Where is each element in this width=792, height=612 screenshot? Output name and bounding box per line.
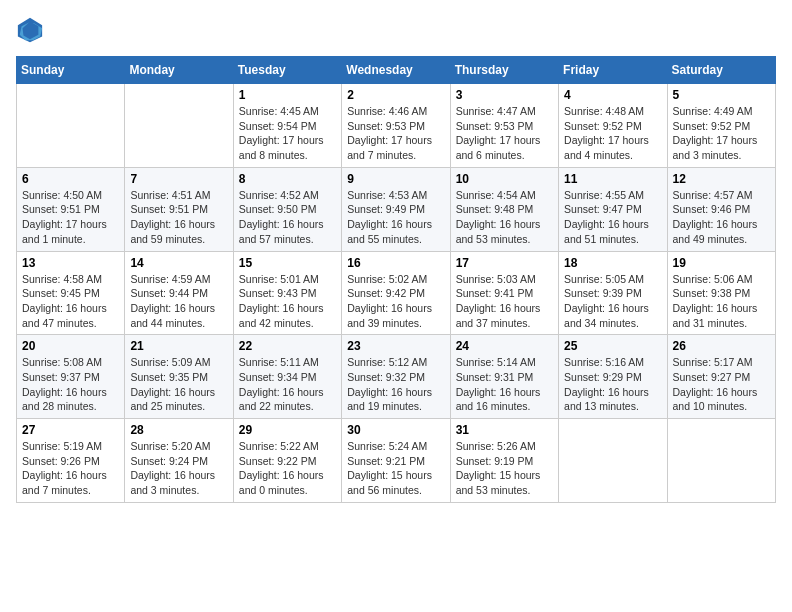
day-number: 12 <box>673 172 770 186</box>
day-number: 8 <box>239 172 336 186</box>
calendar-cell: 19Sunrise: 5:06 AM Sunset: 9:38 PM Dayli… <box>667 251 775 335</box>
day-number: 16 <box>347 256 444 270</box>
calendar-week-row: 20Sunrise: 5:08 AM Sunset: 9:37 PM Dayli… <box>17 335 776 419</box>
calendar-cell: 31Sunrise: 5:26 AM Sunset: 9:19 PM Dayli… <box>450 419 558 503</box>
day-info: Sunrise: 5:11 AM Sunset: 9:34 PM Dayligh… <box>239 355 336 414</box>
weekday-header-sunday: Sunday <box>17 57 125 84</box>
day-info: Sunrise: 4:45 AM Sunset: 9:54 PM Dayligh… <box>239 104 336 163</box>
calendar-cell: 6Sunrise: 4:50 AM Sunset: 9:51 PM Daylig… <box>17 167 125 251</box>
calendar-cell: 16Sunrise: 5:02 AM Sunset: 9:42 PM Dayli… <box>342 251 450 335</box>
day-number: 9 <box>347 172 444 186</box>
day-number: 27 <box>22 423 119 437</box>
day-info: Sunrise: 5:12 AM Sunset: 9:32 PM Dayligh… <box>347 355 444 414</box>
calendar-week-row: 13Sunrise: 4:58 AM Sunset: 9:45 PM Dayli… <box>17 251 776 335</box>
day-number: 7 <box>130 172 227 186</box>
calendar-cell: 7Sunrise: 4:51 AM Sunset: 9:51 PM Daylig… <box>125 167 233 251</box>
day-info: Sunrise: 5:08 AM Sunset: 9:37 PM Dayligh… <box>22 355 119 414</box>
day-number: 26 <box>673 339 770 353</box>
calendar-cell <box>17 84 125 168</box>
day-info: Sunrise: 5:26 AM Sunset: 9:19 PM Dayligh… <box>456 439 553 498</box>
day-number: 24 <box>456 339 553 353</box>
day-number: 10 <box>456 172 553 186</box>
day-info: Sunrise: 4:47 AM Sunset: 9:53 PM Dayligh… <box>456 104 553 163</box>
day-info: Sunrise: 5:06 AM Sunset: 9:38 PM Dayligh… <box>673 272 770 331</box>
day-number: 1 <box>239 88 336 102</box>
day-number: 23 <box>347 339 444 353</box>
day-number: 2 <box>347 88 444 102</box>
calendar-cell: 5Sunrise: 4:49 AM Sunset: 9:52 PM Daylig… <box>667 84 775 168</box>
day-number: 6 <box>22 172 119 186</box>
calendar-cell: 18Sunrise: 5:05 AM Sunset: 9:39 PM Dayli… <box>559 251 667 335</box>
calendar-cell: 8Sunrise: 4:52 AM Sunset: 9:50 PM Daylig… <box>233 167 341 251</box>
calendar-cell: 21Sunrise: 5:09 AM Sunset: 9:35 PM Dayli… <box>125 335 233 419</box>
calendar-week-row: 6Sunrise: 4:50 AM Sunset: 9:51 PM Daylig… <box>17 167 776 251</box>
calendar-cell: 24Sunrise: 5:14 AM Sunset: 9:31 PM Dayli… <box>450 335 558 419</box>
day-info: Sunrise: 4:50 AM Sunset: 9:51 PM Dayligh… <box>22 188 119 247</box>
calendar-cell: 29Sunrise: 5:22 AM Sunset: 9:22 PM Dayli… <box>233 419 341 503</box>
calendar-cell <box>667 419 775 503</box>
day-number: 19 <box>673 256 770 270</box>
day-number: 3 <box>456 88 553 102</box>
day-info: Sunrise: 4:48 AM Sunset: 9:52 PM Dayligh… <box>564 104 661 163</box>
calendar-cell: 10Sunrise: 4:54 AM Sunset: 9:48 PM Dayli… <box>450 167 558 251</box>
calendar-cell: 23Sunrise: 5:12 AM Sunset: 9:32 PM Dayli… <box>342 335 450 419</box>
day-number: 31 <box>456 423 553 437</box>
calendar-cell: 30Sunrise: 5:24 AM Sunset: 9:21 PM Dayli… <box>342 419 450 503</box>
day-info: Sunrise: 5:14 AM Sunset: 9:31 PM Dayligh… <box>456 355 553 414</box>
calendar-cell: 9Sunrise: 4:53 AM Sunset: 9:49 PM Daylig… <box>342 167 450 251</box>
day-number: 25 <box>564 339 661 353</box>
calendar-cell: 13Sunrise: 4:58 AM Sunset: 9:45 PM Dayli… <box>17 251 125 335</box>
day-info: Sunrise: 5:17 AM Sunset: 9:27 PM Dayligh… <box>673 355 770 414</box>
calendar-cell: 14Sunrise: 4:59 AM Sunset: 9:44 PM Dayli… <box>125 251 233 335</box>
day-info: Sunrise: 4:52 AM Sunset: 9:50 PM Dayligh… <box>239 188 336 247</box>
day-info: Sunrise: 5:19 AM Sunset: 9:26 PM Dayligh… <box>22 439 119 498</box>
weekday-header-thursday: Thursday <box>450 57 558 84</box>
calendar-cell: 4Sunrise: 4:48 AM Sunset: 9:52 PM Daylig… <box>559 84 667 168</box>
day-info: Sunrise: 4:55 AM Sunset: 9:47 PM Dayligh… <box>564 188 661 247</box>
calendar-header-row: SundayMondayTuesdayWednesdayThursdayFrid… <box>17 57 776 84</box>
day-number: 22 <box>239 339 336 353</box>
day-info: Sunrise: 5:16 AM Sunset: 9:29 PM Dayligh… <box>564 355 661 414</box>
day-number: 15 <box>239 256 336 270</box>
calendar-cell: 26Sunrise: 5:17 AM Sunset: 9:27 PM Dayli… <box>667 335 775 419</box>
day-info: Sunrise: 5:05 AM Sunset: 9:39 PM Dayligh… <box>564 272 661 331</box>
day-number: 11 <box>564 172 661 186</box>
calendar-week-row: 1Sunrise: 4:45 AM Sunset: 9:54 PM Daylig… <box>17 84 776 168</box>
day-info: Sunrise: 5:24 AM Sunset: 9:21 PM Dayligh… <box>347 439 444 498</box>
day-info: Sunrise: 5:22 AM Sunset: 9:22 PM Dayligh… <box>239 439 336 498</box>
day-info: Sunrise: 4:51 AM Sunset: 9:51 PM Dayligh… <box>130 188 227 247</box>
calendar-cell <box>559 419 667 503</box>
day-info: Sunrise: 4:58 AM Sunset: 9:45 PM Dayligh… <box>22 272 119 331</box>
day-number: 30 <box>347 423 444 437</box>
calendar-cell: 20Sunrise: 5:08 AM Sunset: 9:37 PM Dayli… <box>17 335 125 419</box>
day-info: Sunrise: 4:54 AM Sunset: 9:48 PM Dayligh… <box>456 188 553 247</box>
weekday-header-friday: Friday <box>559 57 667 84</box>
calendar-cell: 28Sunrise: 5:20 AM Sunset: 9:24 PM Dayli… <box>125 419 233 503</box>
weekday-header-saturday: Saturday <box>667 57 775 84</box>
calendar-cell: 3Sunrise: 4:47 AM Sunset: 9:53 PM Daylig… <box>450 84 558 168</box>
day-info: Sunrise: 5:02 AM Sunset: 9:42 PM Dayligh… <box>347 272 444 331</box>
day-info: Sunrise: 4:59 AM Sunset: 9:44 PM Dayligh… <box>130 272 227 331</box>
day-number: 20 <box>22 339 119 353</box>
page-header <box>16 16 776 44</box>
day-number: 28 <box>130 423 227 437</box>
weekday-header-wednesday: Wednesday <box>342 57 450 84</box>
day-info: Sunrise: 5:09 AM Sunset: 9:35 PM Dayligh… <box>130 355 227 414</box>
weekday-header-monday: Monday <box>125 57 233 84</box>
day-number: 4 <box>564 88 661 102</box>
calendar-cell: 22Sunrise: 5:11 AM Sunset: 9:34 PM Dayli… <box>233 335 341 419</box>
calendar-cell <box>125 84 233 168</box>
day-info: Sunrise: 5:20 AM Sunset: 9:24 PM Dayligh… <box>130 439 227 498</box>
calendar-cell: 25Sunrise: 5:16 AM Sunset: 9:29 PM Dayli… <box>559 335 667 419</box>
day-number: 17 <box>456 256 553 270</box>
calendar-cell: 17Sunrise: 5:03 AM Sunset: 9:41 PM Dayli… <box>450 251 558 335</box>
day-info: Sunrise: 5:03 AM Sunset: 9:41 PM Dayligh… <box>456 272 553 331</box>
day-info: Sunrise: 4:57 AM Sunset: 9:46 PM Dayligh… <box>673 188 770 247</box>
logo-icon <box>16 16 44 44</box>
calendar-cell: 27Sunrise: 5:19 AM Sunset: 9:26 PM Dayli… <box>17 419 125 503</box>
day-info: Sunrise: 4:46 AM Sunset: 9:53 PM Dayligh… <box>347 104 444 163</box>
calendar-cell: 2Sunrise: 4:46 AM Sunset: 9:53 PM Daylig… <box>342 84 450 168</box>
day-info: Sunrise: 4:49 AM Sunset: 9:52 PM Dayligh… <box>673 104 770 163</box>
calendar-cell: 1Sunrise: 4:45 AM Sunset: 9:54 PM Daylig… <box>233 84 341 168</box>
day-number: 21 <box>130 339 227 353</box>
